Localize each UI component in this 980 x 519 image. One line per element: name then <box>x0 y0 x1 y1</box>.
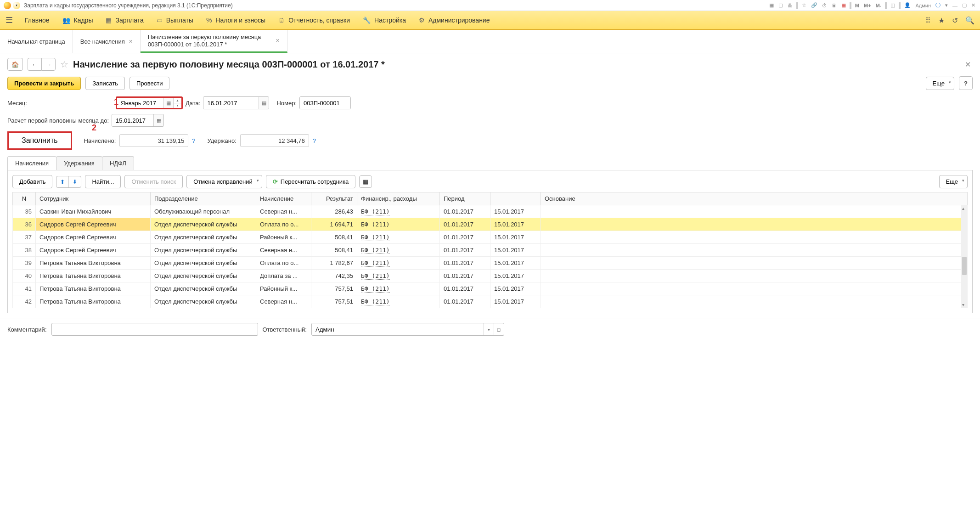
tab-home[interactable]: Начальная страница <box>0 30 73 53</box>
menu-main[interactable]: Главное <box>18 14 56 27</box>
finance-link[interactable]: БФ (211) <box>361 285 390 293</box>
history-icon[interactable]: ↺ <box>952 16 958 25</box>
tab-all-accruals[interactable]: Все начисления✕ <box>73 30 141 53</box>
post-and-close-button[interactable]: Провести и закрыть <box>7 77 81 90</box>
calendar-icon[interactable]: ▦ <box>840 2 847 8</box>
month-input[interactable] <box>117 98 163 108</box>
favorite-toggle-icon[interactable]: ☆ <box>60 59 68 70</box>
table-row[interactable]: 39Петрова Татьяна ВикторовнаОтдел диспет… <box>13 257 968 270</box>
vertical-scrollbar[interactable] <box>961 205 968 308</box>
table-row[interactable]: 42Петрова Татьяна ВикторовнаОтдел диспет… <box>13 295 968 308</box>
user-label[interactable]: Админ <box>914 3 932 8</box>
tab-accruals[interactable]: Начисления <box>7 156 56 170</box>
tab-close-icon[interactable]: ✕ <box>276 38 280 44</box>
table-row[interactable]: 40Петрова Татьяна ВикторовнаОтдел диспет… <box>13 270 968 282</box>
open-icon[interactable]: ◻ <box>494 323 504 335</box>
find-button[interactable]: Найти... <box>85 175 121 188</box>
help-button[interactable]: ? <box>959 76 973 90</box>
recalc-button[interactable]: Пересчитать сотрудника <box>266 175 355 188</box>
add-button[interactable]: Добавить <box>12 175 52 188</box>
m-button[interactable]: M <box>854 3 860 8</box>
tb-icon-2[interactable]: ▢ <box>777 2 784 8</box>
minimize-icon[interactable]: — <box>952 3 958 8</box>
dropdown-icon[interactable]: ▾ <box>484 323 494 335</box>
table-row[interactable]: 41Петрова Татьяна ВикторовнаОтдел диспет… <box>13 282 968 295</box>
menu-hr[interactable]: 👥Кадры <box>56 14 100 27</box>
table-row[interactable]: 38Сидоров Сергей СергеевичОтдел диспетче… <box>13 244 968 257</box>
post-button[interactable]: Провести <box>130 77 170 90</box>
info-icon[interactable]: ⓘ <box>935 2 941 9</box>
fill-button[interactable]: Заполнить <box>9 133 71 148</box>
down-icon[interactable]: ▼ <box>174 103 181 108</box>
month-stepper[interactable]: ▲▼ <box>173 98 181 108</box>
menu-admin[interactable]: ⚙Администрирование <box>412 14 496 27</box>
tab-ndfl[interactable]: НДФЛ <box>102 156 134 170</box>
menu-reports[interactable]: 🗎Отчетность, справки <box>272 14 356 27</box>
grid-more-button[interactable]: Еще <box>939 175 968 188</box>
number-input[interactable] <box>300 97 350 109</box>
accrued-help-icon[interactable]: ? <box>192 137 195 144</box>
table-row[interactable]: 36Сидоров Сергей СергеевичОтдел диспетче… <box>13 218 968 231</box>
finance-link[interactable]: БФ (211) <box>361 298 390 305</box>
favorites-icon[interactable]: ☆ <box>801 2 807 8</box>
star-icon[interactable]: ★ <box>938 16 945 25</box>
save-button[interactable]: Записать <box>85 77 125 90</box>
tb-icon-3[interactable]: 🖶 <box>787 3 794 8</box>
withheld-help-icon[interactable]: ? <box>313 137 316 144</box>
finance-link[interactable]: БФ (211) <box>361 260 390 267</box>
more-button[interactable]: Еще <box>926 77 954 90</box>
finance-link[interactable]: БФ (211) <box>361 247 390 254</box>
calc-until-input[interactable] <box>112 114 153 126</box>
calendar-picker-icon[interactable]: ▦ <box>163 98 173 108</box>
col-employee[interactable]: Сотрудник <box>36 192 151 205</box>
tab-close-icon[interactable]: ✕ <box>129 39 133 45</box>
menu-taxes[interactable]: %Налоги и взносы <box>200 14 272 27</box>
finance-link[interactable]: БФ (211) <box>361 221 390 228</box>
tb-icon-1[interactable]: ▦ <box>768 2 775 8</box>
calc-icon[interactable]: 🖩 <box>831 3 838 8</box>
calendar-picker-icon[interactable]: ▦ <box>259 97 269 109</box>
table-row[interactable]: 37Сидоров Сергей СергеевичОтдел диспетче… <box>13 231 968 244</box>
apps-icon[interactable]: ⠿ <box>925 16 931 25</box>
panel-icon[interactable]: ◫ <box>890 2 896 8</box>
m-plus-button[interactable]: M+ <box>863 3 872 8</box>
hamburger-icon[interactable]: ☰ <box>6 15 13 25</box>
col-dept[interactable]: Подразделение <box>151 192 256 205</box>
col-basis[interactable]: Основание <box>541 192 968 205</box>
move-down-icon[interactable]: ⬇ <box>69 176 81 187</box>
m-minus-button[interactable]: M- <box>875 3 883 8</box>
accruals-grid[interactable]: N Сотрудник Подразделение Начисление Рез… <box>12 192 968 308</box>
tab-deductions[interactable]: Удержания <box>56 156 102 170</box>
col-period2[interactable] <box>490 192 541 205</box>
forward-button[interactable]: → <box>41 58 56 71</box>
col-finance[interactable]: Финансир., расходы <box>357 192 440 205</box>
calendar-picker-icon[interactable]: ▦ <box>153 114 163 126</box>
move-up-icon[interactable]: ⬆ <box>56 176 69 187</box>
user-icon[interactable]: 👤 <box>903 2 912 8</box>
scroll-thumb[interactable] <box>962 257 967 275</box>
col-accrual[interactable]: Начисление <box>256 192 311 205</box>
comment-input[interactable] <box>51 323 258 336</box>
close-document-icon[interactable]: ✕ <box>963 58 973 71</box>
menu-settings[interactable]: 🔧Настройка <box>356 14 412 27</box>
responsible-input[interactable] <box>312 323 484 335</box>
table-row[interactable]: 35Савкин Иван МихайловичОбслуживающий пе… <box>13 205 968 218</box>
col-period[interactable]: Период <box>440 192 490 205</box>
history-icon[interactable]: ⏱ <box>821 3 828 8</box>
back-button[interactable]: ← <box>28 58 41 71</box>
close-icon[interactable]: ✕ <box>970 2 976 8</box>
menu-salary[interactable]: ▦Зарплата <box>99 14 150 27</box>
finance-link[interactable]: БФ (211) <box>361 272 390 280</box>
home-button[interactable]: 🏠 <box>7 58 23 71</box>
dropdown-icon[interactable]: ▾ <box>944 2 949 8</box>
date-input[interactable] <box>203 97 259 109</box>
col-result[interactable]: Результат <box>311 192 357 205</box>
up-icon[interactable]: ▲ <box>174 98 181 103</box>
maximize-icon[interactable]: ▢ <box>961 2 968 8</box>
grid-settings-icon[interactable]: ▦ <box>359 175 372 188</box>
cancel-search-button[interactable]: Отменить поиск <box>124 175 183 188</box>
cancel-fixes-button[interactable]: Отмена исправлений <box>186 175 262 188</box>
link-icon[interactable]: 🔗 <box>810 2 818 8</box>
menu-payments[interactable]: ▭Выплаты <box>150 14 200 27</box>
app-menu-dropdown[interactable]: ▾ <box>13 2 20 9</box>
